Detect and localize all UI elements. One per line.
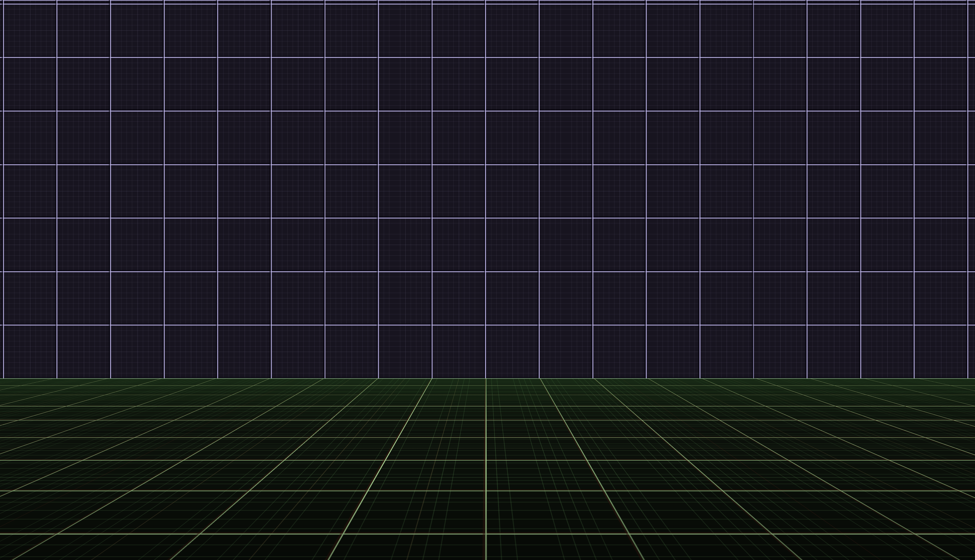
wall-grid: [0, 0, 975, 378]
floor-grid-plane: [0, 378, 975, 560]
floor-viewport: [0, 378, 975, 560]
scene-background: [0, 0, 975, 560]
